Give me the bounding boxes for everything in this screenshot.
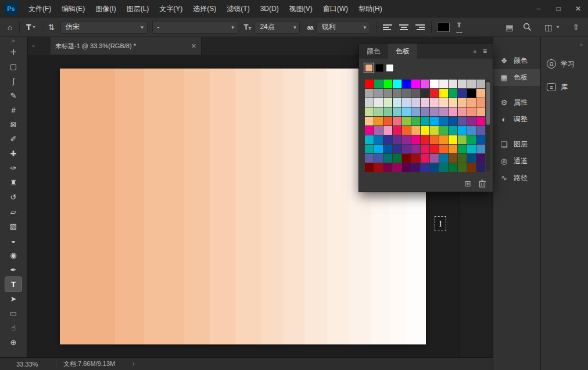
move-tool[interactable]: ✛ [5, 45, 21, 59]
swatch[interactable] [411, 163, 420, 172]
swatch[interactable] [421, 98, 429, 107]
hand-tool[interactable]: ☝ [5, 321, 21, 335]
swatch[interactable] [402, 145, 411, 153]
swatch[interactable] [365, 117, 374, 125]
swatch[interactable] [393, 98, 401, 107]
dock-button-libraries[interactable]: ≣库 [541, 76, 588, 99]
swatch[interactable] [421, 107, 429, 116]
swatch[interactable] [374, 117, 383, 125]
dock-button-color-panel[interactable]: ❖颜色 [493, 52, 540, 69]
swatch[interactable] [402, 154, 411, 163]
type-tool[interactable]: T [5, 277, 21, 292]
swatch[interactable] [467, 107, 476, 116]
swatch[interactable] [374, 163, 383, 172]
swatch[interactable] [439, 126, 448, 135]
new-swatch-icon[interactable]: ⊞ [464, 179, 471, 188]
swatch[interactable] [476, 80, 485, 88]
swatch[interactable] [476, 107, 485, 116]
swatch[interactable] [430, 145, 439, 153]
zoom-tool[interactable]: ⊕ [5, 335, 21, 350]
panel-tab-swatches[interactable]: 色板 [388, 44, 417, 59]
marquee-tool[interactable]: ▢ [5, 59, 21, 74]
swatch[interactable] [383, 80, 392, 88]
swatch[interactable] [411, 117, 420, 125]
text-orientation-icon[interactable]: ⇅ [45, 23, 58, 32]
eraser-tool[interactable]: ▱ [5, 204, 21, 219]
recent-swatch[interactable] [365, 64, 373, 72]
swatch[interactable] [411, 126, 420, 135]
dock-button-adjustments-panel[interactable]: ◐调整 [493, 111, 540, 128]
swatch[interactable] [365, 80, 374, 88]
swatch[interactable] [421, 89, 429, 98]
font-size-select[interactable]: 24点 ▾ [254, 21, 300, 34]
font-style-select[interactable]: - ▾ [152, 21, 238, 34]
panel-menu-icon[interactable]: ≡ [483, 47, 487, 55]
dock-button-swatches-panel[interactable]: ▦色板 [493, 69, 540, 86]
pen-tool[interactable]: ✒ [5, 263, 21, 277]
swatch[interactable] [383, 126, 392, 135]
swatch[interactable] [393, 80, 401, 88]
swatch[interactable] [402, 89, 411, 98]
swatch[interactable] [467, 154, 476, 163]
swatch[interactable] [439, 154, 448, 163]
swatch[interactable] [476, 126, 485, 135]
swatch[interactable] [467, 98, 476, 107]
swatch[interactable] [449, 98, 457, 107]
swatch[interactable] [467, 135, 476, 144]
swatch[interactable] [365, 163, 374, 172]
eyedropper-tool[interactable]: ✐ [5, 132, 21, 146]
swatch[interactable] [374, 89, 383, 98]
menu-select[interactable]: 选择(S) [188, 0, 221, 17]
swatch[interactable] [402, 80, 411, 88]
brush-tool[interactable]: ✑ [5, 161, 21, 175]
document-tab[interactable]: 未标题-1 @ 33.3%(RGB/8) * ✕ [51, 37, 202, 55]
rectangle-tool[interactable]: ▭ [5, 306, 21, 321]
swatch[interactable] [393, 145, 401, 153]
menu-view[interactable]: 视图(V) [284, 0, 318, 17]
swatch[interactable] [467, 117, 476, 125]
swatch[interactable] [383, 135, 392, 144]
swatch[interactable] [365, 126, 374, 135]
history-brush-tool[interactable]: ↺ [5, 190, 21, 204]
swatch[interactable] [458, 107, 467, 116]
swatch[interactable] [430, 135, 439, 144]
swatch[interactable] [458, 80, 467, 88]
search-icon[interactable] [523, 23, 532, 31]
swatch[interactable] [449, 154, 457, 163]
swatch[interactable] [402, 98, 411, 107]
swatch[interactable] [458, 145, 467, 153]
swatch[interactable] [393, 89, 401, 98]
swatch[interactable] [476, 135, 485, 144]
align-left-button[interactable] [381, 21, 395, 34]
swatch[interactable] [374, 126, 383, 135]
swatch[interactable] [402, 135, 411, 144]
font-family-select[interactable]: 仿宋 ▾ [60, 21, 148, 34]
swatch[interactable] [421, 126, 429, 135]
panel-tab-color[interactable]: 颜色 [359, 44, 388, 59]
share-icon[interactable]: ⇧ [569, 23, 582, 32]
delete-swatch-icon[interactable] [479, 179, 486, 188]
swatch[interactable] [393, 117, 401, 125]
anti-alias-select[interactable]: 锐利 ▾ [317, 21, 370, 34]
swatch[interactable] [458, 98, 467, 107]
swatch[interactable] [383, 163, 392, 172]
warp-text-icon[interactable]: T ‿ [457, 23, 462, 32]
text-color-swatch[interactable] [437, 23, 450, 32]
dock-button-properties-panel[interactable]: ⚙属性 [493, 94, 540, 111]
swatch[interactable] [439, 145, 448, 153]
swatch[interactable] [411, 154, 420, 163]
swatch[interactable] [458, 126, 467, 135]
swatch[interactable] [458, 135, 467, 144]
swatch[interactable] [411, 98, 420, 107]
zoom-level-field[interactable]: 33.33% [16, 361, 49, 368]
swatch[interactable] [374, 145, 383, 153]
swatches-panel-header[interactable]: 颜色色板 » ≡ [359, 44, 493, 59]
swatch[interactable] [449, 117, 457, 125]
swatch[interactable] [402, 107, 411, 116]
swatch[interactable] [439, 98, 448, 107]
swatch[interactable] [467, 80, 476, 88]
swatch[interactable] [421, 154, 429, 163]
swatch[interactable] [476, 154, 485, 163]
align-center-button[interactable] [397, 21, 411, 34]
swatch[interactable] [476, 98, 485, 107]
